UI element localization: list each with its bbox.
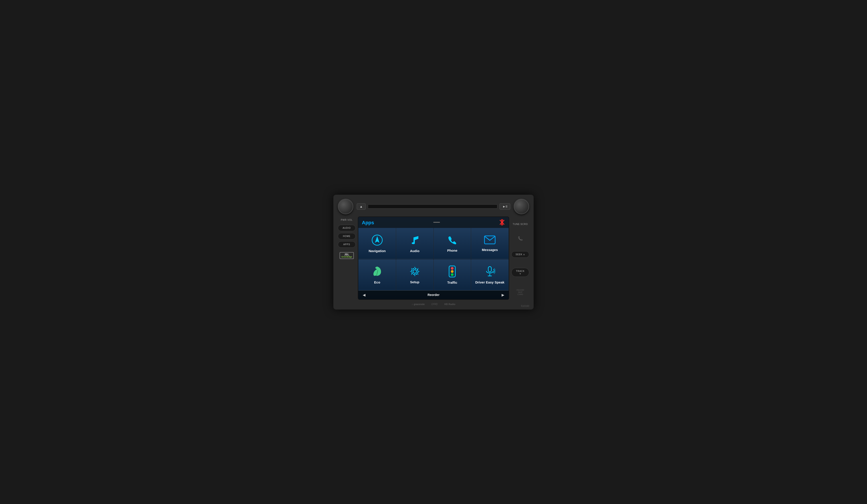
pwr-vol-knob[interactable] <box>338 199 353 214</box>
svg-point-7 <box>412 242 414 244</box>
phone-call-button[interactable]: 📞 <box>518 236 523 241</box>
main-section: PWR·VOL AUDIO HOME APPS JBL GreenEdge Ap… <box>338 216 529 300</box>
audio-music-icon <box>409 234 420 247</box>
gracenote-label: gracenote <box>414 303 425 305</box>
home-button[interactable]: HOME <box>338 233 356 239</box>
display-screen: Apps <box>358 216 509 300</box>
app-tile-eco[interactable]: Eco <box>358 259 396 290</box>
driver-easy-speak-icon <box>484 266 495 279</box>
svg-marker-6 <box>375 236 379 243</box>
messages-label: Messages <box>482 248 498 252</box>
apps-grid: Navigation Audio <box>358 228 509 290</box>
cd-slot <box>368 204 497 208</box>
nav-left-arrow[interactable]: ◀ <box>361 292 367 298</box>
track-button[interactable]: TRACK ∨ <box>511 268 529 277</box>
audio-label: Audio <box>410 249 419 253</box>
tune-scro-label: TUNE·SCRO <box>513 223 528 225</box>
head-unit: ▲ ►II PWR·VOL AUDIO HOME APPS JBL GreenE… <box>333 195 534 310</box>
traffic-label: Traffic <box>447 281 457 285</box>
app-tile-messages[interactable]: Messages <box>471 228 509 259</box>
eject-button[interactable]: ▲ <box>357 203 366 210</box>
app-tile-phone[interactable]: Phone <box>434 228 471 259</box>
svg-point-10 <box>412 268 418 275</box>
navigation-icon <box>372 234 383 247</box>
navigation-label: Navigation <box>369 249 386 253</box>
app-tile-driver-easy-speak[interactable]: Driver Easy Speak <box>471 259 509 290</box>
svg-point-14 <box>451 273 453 276</box>
setup-label: Setup <box>410 280 419 284</box>
phone-label: Phone <box>447 248 457 253</box>
top-center-controls: ▲ ►II <box>353 203 514 210</box>
gracenote-icon: ♪ <box>412 303 413 305</box>
messages-icon <box>484 235 495 246</box>
unit-bottom-bar: ♪ gracenote ((XM)) HD Radio <box>338 301 529 307</box>
jbl-green-label: GreenEdge <box>341 256 352 258</box>
top-controls: ▲ ►II <box>338 199 529 214</box>
driver-easy-speak-label: Driver Easy Speak <box>475 280 504 285</box>
gracenote-brand: ♪ gracenote <box>412 303 425 305</box>
scroll-indicator <box>433 222 440 223</box>
apps-button[interactable]: APPS <box>338 241 356 248</box>
hd-radio-label: HD Radio <box>445 303 456 305</box>
serial-number: 510160 <box>521 304 529 307</box>
nav-right-arrow[interactable]: ▶ <box>500 292 506 298</box>
app-tile-setup[interactable]: Setup <box>396 259 434 290</box>
app-tile-navigation[interactable]: Navigation <box>358 228 396 259</box>
reorder-button[interactable]: Reorder <box>367 293 500 297</box>
bottom-navigation-bar: ◀ Reorder ▶ <box>358 290 509 299</box>
svg-point-12 <box>451 267 453 270</box>
seek-button[interactable]: SEEK ∧ <box>511 251 529 258</box>
phone-icon <box>447 235 457 247</box>
no-phone-icon <box>499 219 505 226</box>
setup-gear-icon <box>409 266 420 278</box>
screen-title: Apps <box>362 220 374 226</box>
svg-rect-15 <box>488 267 491 272</box>
left-controls: PWR·VOL AUDIO HOME APPS JBL GreenEdge <box>338 216 358 300</box>
tune-scroll-knob[interactable] <box>514 199 529 214</box>
svg-point-9 <box>413 270 417 273</box>
pwr-vol-label: PWR·VOL <box>341 219 353 221</box>
eco-label: Eco <box>374 280 380 285</box>
play-pause-button[interactable]: ►II <box>500 203 510 210</box>
jbl-logo: JBL GreenEdge <box>340 252 354 259</box>
eco-leaf-icon <box>372 266 382 279</box>
app-tile-traffic[interactable]: Traffic <box>434 259 471 290</box>
audio-button[interactable]: AUDIO <box>338 225 356 231</box>
traffic-icon <box>448 266 456 279</box>
svg-point-13 <box>451 270 453 273</box>
right-controls: TUNE·SCRO 📞 SEEK ∧ TRACK ∨ microSDMAPCAR… <box>509 216 529 300</box>
app-tile-audio[interactable]: Audio <box>396 228 434 259</box>
xm-label: ((XM)) <box>431 303 438 305</box>
screen-header: Apps <box>358 217 509 228</box>
microsd-label: microSDMAPCARD <box>516 289 524 296</box>
